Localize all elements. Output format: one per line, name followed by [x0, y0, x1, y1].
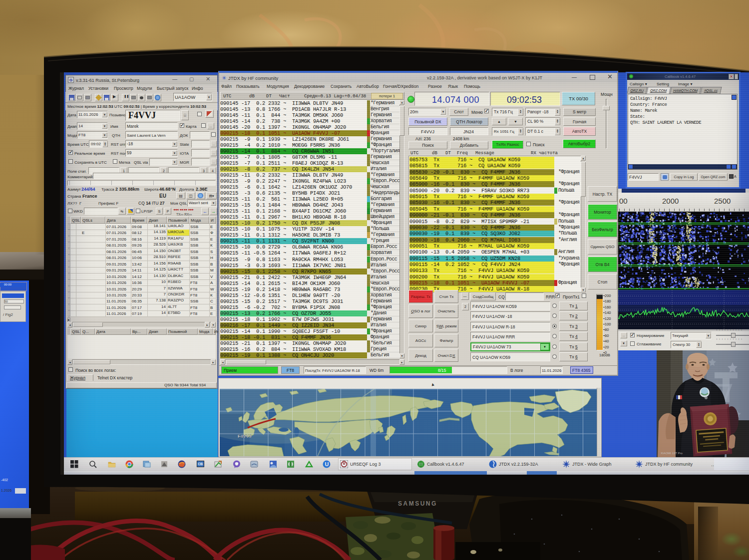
svg-text:XIAOMI 13T Pro: XIAOMI 13T Pro: [661, 452, 683, 455]
svg-text:F4VVJ: F4VVJ: [238, 434, 252, 439]
svg-text:U: U: [325, 461, 329, 467]
